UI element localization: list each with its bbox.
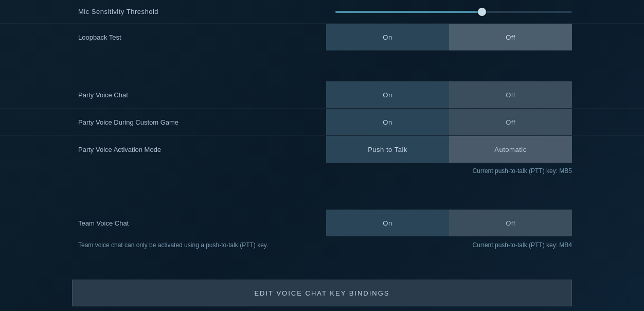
party-voice-activation-mode-toggle-group: Push to Talk Automatic [326, 136, 572, 163]
party-voice-custom-game-toggle-group: On Off [326, 109, 572, 135]
spacer-3 [0, 254, 644, 264]
loopback-test-label: Loopback Test [78, 33, 326, 41]
slider-fill [335, 11, 482, 13]
loopback-test-row: Loopback Test On Off [0, 24, 644, 50]
team-voice-chat-label: Team Voice Chat [78, 219, 326, 227]
party-voice-activation-mode-row: Party Voice Activation Mode Push to Talk… [0, 136, 644, 163]
party-voice-custom-game-off-button[interactable]: Off [449, 109, 572, 135]
team-voice-chat-off-button[interactable]: Off [449, 210, 572, 236]
loopback-off-button[interactable]: Off [449, 24, 572, 50]
party-voice-automatic-button[interactable]: Automatic [449, 136, 572, 163]
team-voice-chat-on-button[interactable]: On [326, 210, 449, 236]
team-voice-chat-row: Team Voice Chat On Off [0, 210, 644, 236]
mic-sensitivity-slider-container[interactable] [335, 11, 572, 13]
team-voice-chat-toggle-group: On Off [326, 210, 572, 236]
party-voice-custom-game-label: Party Voice During Custom Game [78, 118, 326, 126]
loopback-on-button[interactable]: On [326, 24, 449, 50]
edit-btn-container: EDIT VOICE CHAT KEY BINDINGS [0, 280, 644, 306]
team-voice-chat-info-row: Team voice chat can only be activated us… [0, 236, 644, 254]
slider-track[interactable] [335, 11, 572, 13]
party-voice-custom-game-on-button[interactable]: On [326, 109, 449, 135]
party-ptt-key-info-row: Current push-to-talk (PTT) key: MB5 [0, 163, 644, 179]
party-voice-chat-toggle-group: On Off [326, 81, 572, 108]
mic-sensitivity-label: Mic Sensitivity Threshold [78, 8, 335, 15]
settings-container: Mic Sensitivity Threshold Loopback Test … [0, 0, 644, 311]
mic-sensitivity-row: Mic Sensitivity Threshold [0, 0, 644, 24]
party-voice-chat-label: Party Voice Chat [78, 91, 326, 99]
team-ptt-key-text: Current push-to-talk (PTT) key: MB4 [473, 241, 572, 249]
party-voice-activation-mode-label: Party Voice Activation Mode [78, 146, 326, 153]
team-voice-chat-info-text: Team voice chat can only be activated us… [78, 241, 473, 249]
slider-thumb[interactable] [478, 8, 486, 16]
party-voice-chat-off-button[interactable]: Off [449, 81, 572, 108]
party-voice-custom-game-row: Party Voice During Custom Game On Off [0, 109, 644, 136]
spacer-2 [0, 179, 644, 210]
loopback-toggle-group: On Off [326, 24, 572, 50]
party-voice-chat-on-button[interactable]: On [326, 81, 449, 108]
edit-voice-chat-key-bindings-button[interactable]: EDIT VOICE CHAT KEY BINDINGS [72, 280, 572, 306]
party-voice-chat-row: Party Voice Chat On Off [0, 81, 644, 109]
spacer-1 [0, 50, 644, 81]
party-voice-push-to-talk-button[interactable]: Push to Talk [326, 136, 449, 163]
party-ptt-key-text: Current push-to-talk (PTT) key: MB5 [473, 167, 572, 175]
